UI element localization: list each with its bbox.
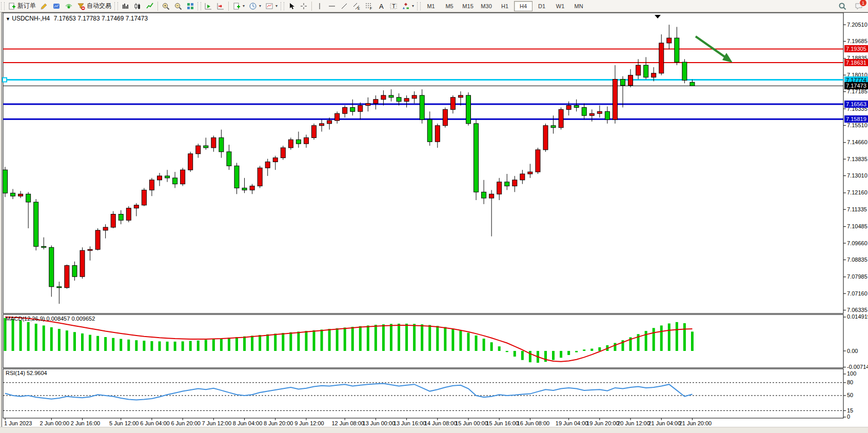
hline-tool-button[interactable] — [326, 1, 338, 12]
timeframe-button-m30[interactable]: M30 — [477, 1, 496, 11]
macd-hist-bar — [159, 341, 161, 351]
signals-button[interactable] — [63, 1, 75, 12]
svg-text:E: E — [358, 7, 360, 10]
new-order-label: 新订单 — [17, 2, 36, 10]
candle-body — [373, 100, 378, 104]
main-pane[interactable] — [3, 13, 843, 313]
toolbar-grip[interactable] — [1, 2, 5, 10]
timeframe-button-h4[interactable]: H4 — [514, 1, 532, 11]
macd-hist-bar — [413, 324, 416, 351]
macd-hist-bar — [127, 340, 130, 351]
macd-hist-bar — [205, 340, 207, 351]
toolbar-grip[interactable] — [114, 2, 118, 10]
indicators-button[interactable]: ▾ — [230, 1, 247, 12]
macd-hist-bar — [575, 351, 578, 352]
toolbar-grip[interactable] — [198, 2, 201, 10]
search-button[interactable] — [836, 1, 849, 12]
market-watch-icon — [40, 2, 48, 10]
horizontal-line-icon — [328, 2, 336, 10]
fibonacci-tool-button[interactable]: F — [363, 1, 375, 12]
cursor-tool-button[interactable] — [285, 1, 298, 12]
timeframe-button-mn[interactable]: MN — [569, 1, 588, 11]
macd-hist-bar — [297, 331, 300, 351]
toolbar-grip[interactable] — [281, 2, 284, 10]
candle-body — [173, 178, 177, 184]
macd-hist-bar — [444, 327, 446, 351]
new-order-button[interactable]: 新订单 — [6, 1, 38, 12]
macd-hist-bar — [189, 341, 192, 351]
templates-button[interactable]: ▾ — [263, 1, 280, 12]
candle-body — [126, 208, 131, 221]
chart-bars-button[interactable] — [119, 1, 131, 12]
zoom-in-icon — [162, 2, 170, 10]
fibonacci-icon: F — [365, 2, 373, 10]
chevron-down-icon: ▾ — [275, 4, 278, 8]
timeframe-button-h1[interactable]: H1 — [496, 1, 514, 11]
timeframe-button-m15[interactable]: M15 — [459, 1, 477, 11]
chart-candles-button[interactable] — [131, 1, 144, 12]
chart-line-button[interactable] — [144, 1, 156, 12]
vline-tool-button[interactable] — [313, 1, 326, 12]
candle-body — [250, 186, 254, 190]
mt4-window: 新订单 自动交易 — [0, 0, 868, 433]
tile-windows-button[interactable] — [184, 1, 196, 12]
candle-body — [42, 246, 46, 247]
candle-body — [412, 95, 417, 99]
price-tag-7.19305: 7.19305 — [844, 45, 868, 52]
chart-title-caret-icon[interactable]: ▼ — [6, 16, 10, 22]
candle-body — [3, 170, 8, 193]
main-toolbar: 新订单 自动交易 — [0, 0, 868, 12]
macd-hist-bar — [135, 340, 137, 351]
candle-body — [11, 193, 15, 196]
price-axis-label: 7.10485 — [847, 223, 867, 229]
shapes-tool-button[interactable]: ▾ — [400, 1, 416, 12]
crosshair-tool-button[interactable] — [298, 1, 310, 12]
macd-hist-bar — [359, 326, 362, 351]
auto-scroll-button[interactable] — [214, 1, 227, 12]
macd-hist-bar — [614, 343, 616, 351]
candle-body — [165, 176, 170, 178]
candle-body — [265, 162, 270, 168]
data-window-button[interactable] — [50, 1, 63, 12]
candle-body — [296, 140, 301, 144]
chart-area[interactable]: ▼ USDCNH-,H4 7.17653 7.17783 7.17469 7.1… — [2, 12, 868, 427]
macd-hist-bar — [506, 351, 508, 352]
timeframe-button-w1[interactable]: W1 — [551, 1, 569, 11]
hline-handle[interactable] — [3, 78, 7, 82]
macd-hist-bar — [182, 341, 184, 351]
macd-hist-bar — [351, 327, 354, 351]
macd-hist-bar — [428, 325, 431, 351]
timeframe-button-m5[interactable]: M5 — [440, 1, 459, 11]
macd-hist-bar — [653, 328, 655, 351]
zoom-out-button[interactable] — [172, 1, 184, 12]
channel-tool-button[interactable]: E — [350, 1, 363, 12]
timeframe-button-d1[interactable]: D1 — [532, 1, 551, 11]
toolbar-grip[interactable] — [417, 2, 421, 10]
chevron-down-icon: ▾ — [259, 4, 261, 8]
macd-hist-bar — [274, 333, 277, 351]
chart-shift-button[interactable] — [202, 1, 214, 12]
trendline-tool-button[interactable] — [338, 1, 350, 12]
periods-button[interactable]: ▾ — [247, 1, 263, 12]
timeframe-button-m1[interactable]: M1 — [422, 1, 440, 11]
auto-trading-button[interactable]: 自动交易 — [75, 1, 113, 12]
text-tool-button[interactable]: A — [375, 1, 387, 12]
candle-body — [559, 109, 563, 127]
candle-body — [551, 126, 556, 128]
label-tool-button[interactable]: T — [387, 1, 400, 12]
candle-body — [497, 182, 502, 194]
chat-button[interactable]: 1 — [853, 1, 865, 12]
macd-axis-label: 0.00 — [847, 348, 858, 354]
macd-hist-bar — [521, 351, 524, 360]
candle-body — [621, 80, 625, 86]
chart-canvas[interactable] — [2, 13, 868, 427]
price-axis-label: 7.15510 — [847, 122, 867, 128]
candle-body — [335, 113, 340, 121]
candle-body — [196, 146, 201, 154]
market-watch-button[interactable] — [38, 1, 50, 12]
macd-hist-bar — [321, 329, 323, 351]
candle-body — [57, 287, 62, 288]
auto-trading-label: 自动交易 — [87, 2, 111, 10]
zoom-in-button[interactable] — [160, 1, 172, 12]
candle-body — [667, 38, 672, 43]
